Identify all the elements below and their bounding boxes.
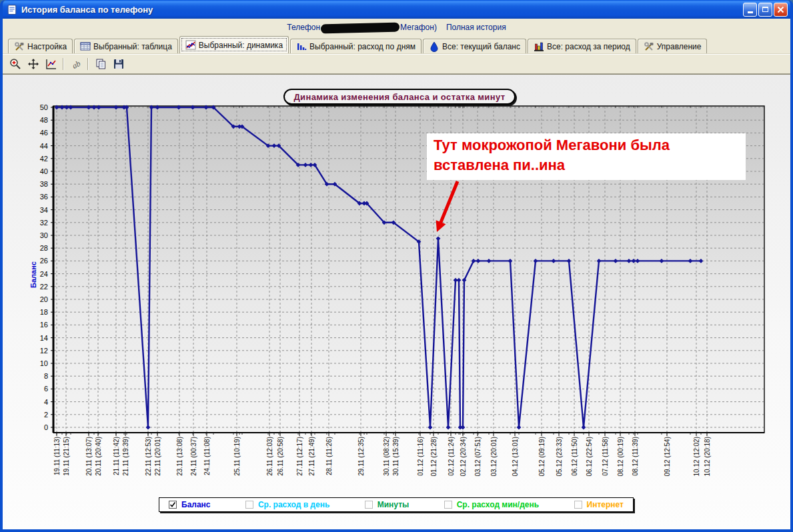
chart-panel: 0246810121416182022242628303234363840424… (3, 74, 790, 529)
svg-text:04.12 (13:01): 04.12 (13:01) (512, 437, 519, 477)
svg-text:42: 42 (40, 155, 48, 163)
tab-management[interactable]: Управление (638, 39, 708, 53)
svg-text:22: 22 (40, 283, 48, 291)
legend-avg-day-expense-checkbox[interactable] (245, 501, 253, 509)
svg-text:09.12 (12:54): 09.12 (12:54) (664, 437, 671, 477)
legend-balance-checkbox[interactable] (169, 501, 177, 509)
legend-minutes[interactable]: Минуты (365, 500, 410, 509)
window: История баланса по телефону ТелефонМегаф… (0, 0, 793, 532)
zoom-icon (9, 58, 21, 70)
svg-text:6: 6 (44, 385, 48, 393)
svg-text:50: 50 (40, 103, 48, 111)
svg-text:24.11 (11:08): 24.11 (11:08) (203, 437, 211, 475)
svg-text:32: 32 (40, 219, 48, 227)
svg-text:26: 26 (40, 257, 48, 265)
svg-text:4: 4 (44, 398, 48, 406)
tab-label: Все: расход за период (547, 42, 630, 51)
svg-text:30.11 (15:39): 30.11 (15:39) (392, 437, 400, 476)
svg-text:22.11 (20:01): 22.11 (20:01) (154, 437, 161, 476)
svg-text:10.12 (12:02): 10.12 (12:02) (693, 437, 700, 477)
legend-balance[interactable]: Баланс (169, 500, 211, 509)
legend-internet-label: Интернет (587, 500, 624, 509)
svg-text:18: 18 (40, 308, 48, 316)
svg-text:03.12 (20:01): 03.12 (20:01) (490, 437, 498, 477)
svg-text:48: 48 (40, 116, 48, 124)
svg-text:23.11 (13:08): 23.11 (13:08) (176, 437, 183, 476)
svg-text:38: 38 (40, 180, 48, 188)
tab-selected-table[interactable]: Выбранный: таблица (74, 39, 178, 53)
legend-minutes-checkbox[interactable] (365, 501, 373, 509)
y-axis-title: Баланс (29, 261, 37, 288)
operator-suffix: Мегафон) (400, 23, 437, 32)
close-icon (777, 6, 784, 13)
svg-text:40: 40 (40, 167, 48, 175)
tab-label: Выбранный: расход по дням (309, 42, 416, 51)
svg-text:20.11 (20:40): 20.11 (20:40) (95, 437, 102, 476)
svg-text:34: 34 (40, 206, 48, 214)
legend-balance-label: Баланс (181, 500, 211, 509)
svg-text:12: 12 (40, 347, 48, 355)
svg-text:27.11 (12:17): 27.11 (12:17) (296, 437, 303, 476)
full-history-label: Полная история (446, 23, 506, 32)
tab-label: Настройка (27, 42, 67, 51)
legend-avg-day-expense-label: Ср. расход в день (258, 500, 329, 509)
titlebar: История баланса по телефону (3, 0, 790, 19)
chart-title: Динамика изменения баланса и остатка мин… (283, 89, 516, 105)
annotation-line-1: Тут мокрожопой Мегавони была (434, 135, 746, 155)
minimize-button[interactable] (743, 3, 757, 17)
tab-selected-daily-expense[interactable]: Выбранный: расход по дням (290, 39, 422, 53)
svg-text:19.11 (11:13): 19.11 (11:13) (53, 437, 61, 475)
svg-text:ab: ab (70, 59, 81, 70)
legend-internet-checkbox[interactable] (574, 501, 582, 509)
text-labels-button[interactable]: ab (67, 56, 84, 72)
svg-text:06.12 (11:50): 06.12 (11:50) (571, 437, 578, 476)
drop-icon (429, 41, 440, 52)
zoom-button[interactable] (7, 56, 23, 72)
minimize-icon (748, 11, 753, 13)
redacted-phone-number (321, 22, 400, 33)
maximize-button[interactable] (758, 3, 772, 17)
tab-selected-dynamics[interactable]: Выбранный: динамика (179, 36, 289, 53)
copy-button[interactable] (92, 56, 109, 72)
tools-icon (644, 41, 654, 52)
svg-text:10: 10 (40, 359, 48, 367)
svg-text:29.11 (12:35): 29.11 (12:35) (357, 437, 365, 476)
tools-icon (14, 41, 25, 52)
copy-icon (95, 58, 107, 70)
client-area: ТелефонМегафон)Полная история НастройкаВ… (3, 19, 790, 529)
svg-text:01.12 (21:28): 01.12 (21:28) (430, 437, 438, 477)
svg-text:02.12 (11:24): 02.12 (11:24) (448, 437, 455, 476)
legend-avg-min-day-checkbox[interactable] (444, 501, 452, 509)
svg-text:30.11 (08:32): 30.11 (08:32) (383, 437, 390, 476)
bar-chart-color-icon (534, 41, 544, 52)
legend-internet[interactable]: Интернет (574, 500, 624, 509)
svg-text:21.11 (19:39): 21.11 (19:39) (122, 437, 129, 476)
pan-button[interactable] (25, 56, 41, 72)
toolbar-separator (63, 58, 64, 70)
svg-text:22.11 (12:53): 22.11 (12:53) (145, 437, 152, 476)
svg-text:26.11 (20:58): 26.11 (20:58) (277, 437, 284, 476)
save-icon (113, 58, 125, 70)
marks-icon: ab (70, 58, 82, 70)
legend-avg-day-expense[interactable]: Ср. расход в день (245, 500, 329, 509)
svg-text:8: 8 (44, 372, 48, 380)
close-button[interactable] (774, 3, 788, 17)
legend-avg-min-day[interactable]: Ср. расход мин/день (444, 500, 539, 509)
annotation-box: Тут мокрожопой Мегавони была вставлена п… (427, 133, 746, 180)
tab-settings[interactable]: Настройка (8, 39, 73, 53)
phone-header: ТелефонМегафон)Полная история (3, 19, 790, 36)
tab-all-period-expense[interactable]: Все: расход за период (528, 39, 636, 53)
chart-toolbar: ab (3, 54, 790, 74)
svg-text:03.12 (07:51): 03.12 (07:51) (474, 437, 482, 477)
toolbar-separator (87, 58, 89, 70)
maximize-icon (762, 7, 768, 12)
chart-edit-button[interactable] (43, 56, 59, 72)
svg-text:28.11 (11:26): 28.11 (11:26) (325, 437, 333, 475)
save-button[interactable] (110, 56, 127, 72)
annotation-line-2: вставлена пи..ина (434, 155, 746, 175)
svg-text:08.12 (00:19): 08.12 (00:19) (617, 437, 624, 477)
tab-all-current-balance[interactable]: Все: текущий баланс (423, 39, 526, 53)
svg-text:21.11 (11:42): 21.11 (11:42) (113, 437, 120, 475)
svg-text:14: 14 (40, 334, 48, 342)
svg-text:01.12 (11:16): 01.12 (11:16) (417, 437, 424, 476)
